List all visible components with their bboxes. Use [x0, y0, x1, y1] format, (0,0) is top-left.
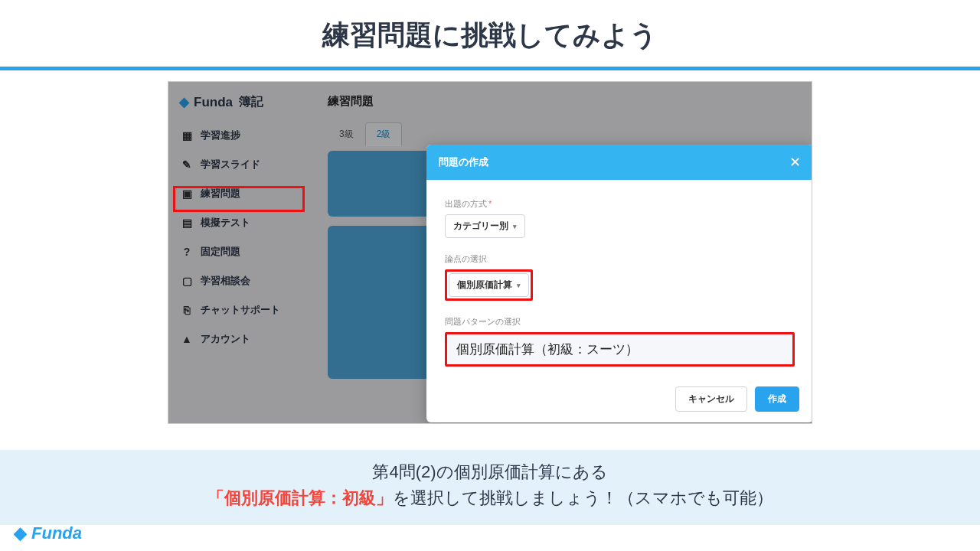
close-icon[interactable]: ✕ — [789, 154, 801, 171]
sidebar-item-slides[interactable]: ✎ 学習スライド — [168, 150, 314, 179]
chevron-down-icon: ▾ — [513, 223, 517, 230]
highlight-box-topic: 個別原価計算 ▾ — [445, 269, 533, 301]
sidebar-item-label: 学習進捗 — [201, 129, 240, 142]
user-icon: ▲ — [181, 333, 193, 345]
field-label-pattern: 問題パターンの選択 — [445, 316, 795, 328]
sidebar: ◆ Funda 簿記 ▦ 学習進捗 ✎ 学習スライド ▣ 練習問題 ▤ 模擬テス… — [168, 82, 314, 423]
create-question-modal: 問題の作成 ✕ 出題の方式* カテゴリー別 ▾ 論点の選択 個別原価計算 ▾ — [426, 145, 812, 422]
modal-header: 問題の作成 ✕ — [426, 145, 812, 180]
field-pattern: 問題パターンの選択 個別原価計算（初級：スーツ） — [445, 316, 795, 367]
sidebar-item-account[interactable]: ▲ アカウント — [168, 324, 314, 354]
pattern-select[interactable]: 個別原価計算（初級：スーツ） — [445, 332, 795, 367]
sidebar-item-label: アカウント — [201, 332, 250, 346]
quiz-icon: ▣ — [181, 187, 193, 200]
diamond-icon: ◆ — [179, 94, 189, 110]
sidebar-item-label: 模擬テスト — [201, 216, 250, 230]
chevron-down-icon: ▾ — [517, 282, 521, 289]
brand-name: Funda — [194, 95, 233, 110]
chat-icon: ⎘ — [181, 304, 193, 316]
sidebar-item-consult[interactable]: ▢ 学習相談会 — [168, 266, 314, 295]
footer-brand: ◆ Funda — [14, 523, 82, 543]
sidebar-item-label: 固定問題 — [201, 245, 240, 259]
document-icon: ▤ — [181, 217, 193, 229]
field-topic: 論点の選択 個別原価計算 ▾ — [445, 253, 795, 301]
sidebar-item-mock[interactable]: ▤ 模擬テスト — [168, 208, 314, 237]
diamond-icon: ◆ — [14, 523, 27, 543]
sidebar-item-label: 学習スライド — [201, 158, 260, 171]
modal-footer: キャンセル 作成 — [675, 386, 799, 412]
field-label-topic: 論点の選択 — [445, 253, 795, 265]
topic-dropdown[interactable]: 個別原価計算 ▾ — [449, 273, 529, 297]
caption-emphasis: 「個別原価計算：初級」 — [207, 488, 393, 507]
slide-title: 練習問題に挑戦してみよう — [0, 0, 980, 67]
create-button[interactable]: 作成 — [755, 386, 799, 412]
sidebar-item-fixed[interactable]: ? 固定問題 — [168, 237, 314, 266]
caption-line1: 第4問(2)の個別原価計算にある — [0, 461, 980, 484]
page-heading: 練習問題 — [314, 82, 812, 122]
sidebar-item-chat[interactable]: ⎘ チャットサポート — [168, 295, 314, 324]
grid-icon: ▦ — [181, 129, 193, 142]
caption-rest: を選択して挑戦しましょう！（スマホでも可能） — [393, 488, 773, 507]
modal-body: 出題の方式* カテゴリー別 ▾ 論点の選択 個別原価計算 ▾ 問題パターンの選択 — [426, 180, 812, 390]
tab-2kyu[interactable]: 2級 — [365, 122, 403, 146]
dropdown-value: 個別原価計算 — [457, 279, 512, 292]
title-divider — [0, 67, 980, 70]
modal-title: 問題の作成 — [439, 155, 488, 169]
sidebar-item-practice[interactable]: ▣ 練習問題 — [168, 179, 314, 208]
sidebar-item-label: 練習問題 — [201, 187, 240, 201]
edit-icon: ✎ — [181, 158, 193, 171]
video-icon: ▢ — [181, 275, 193, 287]
caption: 第4問(2)の個別原価計算にある 「個別原価計算：初級」を選択して挑戦しましょう… — [0, 450, 980, 525]
tab-3kyu[interactable]: 3級 — [328, 122, 365, 146]
brand-sub: 簿記 — [239, 94, 263, 110]
field-method: 出題の方式* カテゴリー別 ▾ — [445, 198, 795, 238]
caption-line2: 「個別原価計算：初級」を選択して挑戦しましょう！（スマホでも可能） — [0, 487, 980, 510]
sidebar-item-label: 学習相談会 — [201, 274, 250, 288]
sidebar-item-progress[interactable]: ▦ 学習進捗 — [168, 121, 314, 150]
footer-brand-text: Funda — [31, 523, 82, 543]
app-screenshot: ◆ Funda 簿記 ▦ 学習進捗 ✎ 学習スライド ▣ 練習問題 ▤ 模擬テス… — [168, 81, 812, 424]
method-dropdown[interactable]: カテゴリー別 ▾ — [445, 214, 525, 238]
cancel-button[interactable]: キャンセル — [675, 386, 747, 412]
help-icon: ? — [181, 246, 193, 258]
sidebar-item-label: チャットサポート — [201, 303, 280, 317]
dropdown-value: カテゴリー別 — [453, 220, 508, 233]
field-label-method: 出題の方式* — [445, 198, 795, 210]
brand: ◆ Funda 簿記 — [168, 93, 314, 121]
